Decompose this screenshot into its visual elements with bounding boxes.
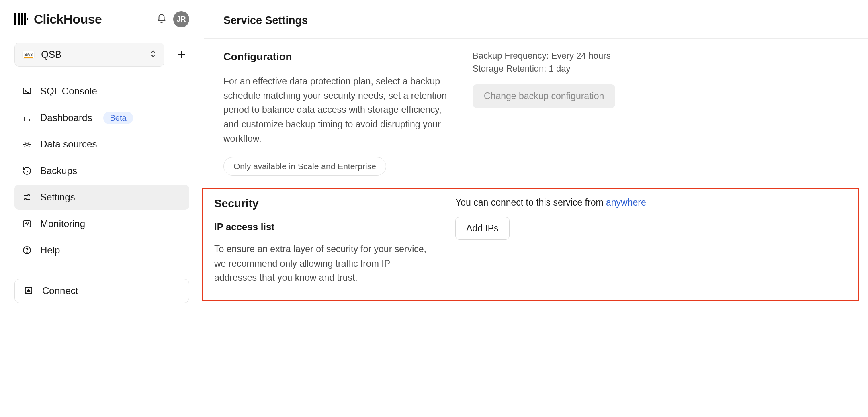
configuration-restriction-pill: Only available in Scale and Enterprise xyxy=(223,157,386,176)
clickhouse-logo-icon xyxy=(14,13,28,25)
storage-retention-label: Storage Retention: xyxy=(473,63,546,74)
sidebar-nav: SQL Console Dashboards Beta Data sources… xyxy=(14,79,189,263)
sidebar-item-label: Dashboards xyxy=(40,112,92,123)
connect-button[interactable]: Connect xyxy=(14,279,189,303)
connect-from-prefix: You can connect to this service from xyxy=(455,197,606,208)
sidebar-item-label: SQL Console xyxy=(40,86,97,97)
bar-chart-icon xyxy=(22,112,32,123)
svg-rect-1 xyxy=(18,13,20,25)
main: Service Settings Configuration For an ef… xyxy=(204,0,868,417)
sidebar-item-label: Data sources xyxy=(40,139,97,150)
page-header: Service Settings xyxy=(204,0,868,39)
backup-frequency-value: Every 24 hours xyxy=(551,51,611,61)
page-title: Service Settings xyxy=(223,14,849,27)
security-left: Security IP access list To ensure an ext… xyxy=(214,197,431,285)
anywhere-link[interactable]: anywhere xyxy=(606,197,646,208)
svg-point-6 xyxy=(26,143,28,145)
sidebar-item-label: Monitoring xyxy=(40,218,85,229)
sidebar-item-dashboards[interactable]: Dashboards Beta xyxy=(14,105,189,130)
sidebar-item-monitoring[interactable]: Monitoring xyxy=(14,211,189,236)
svg-rect-0 xyxy=(14,13,16,25)
history-icon xyxy=(22,166,32,176)
sidebar: ClickHouse JR aws QSB xyxy=(0,0,204,417)
brand: ClickHouse xyxy=(14,12,102,27)
ip-access-heading: IP access list xyxy=(214,221,431,233)
aws-provider-icon: aws xyxy=(22,51,35,59)
sidebar-item-sql-console[interactable]: SQL Console xyxy=(14,79,189,104)
sidebar-top: ClickHouse JR xyxy=(14,11,189,27)
change-backup-config-button: Change backup configuration xyxy=(473,84,615,108)
activity-icon xyxy=(22,219,32,229)
svg-rect-3 xyxy=(24,13,26,25)
configuration-heading: Configuration xyxy=(223,51,448,63)
connect-label: Connect xyxy=(42,285,78,296)
configuration-description: For an effective data protection plan, s… xyxy=(223,74,448,146)
storage-retention-row: Storage Retention: 1 day xyxy=(473,63,849,74)
security-heading: Security xyxy=(214,197,431,210)
backup-frequency-row: Backup Frequency: Every 24 hours xyxy=(473,51,849,61)
sidebar-item-label: Help xyxy=(40,245,60,256)
backup-frequency-label: Backup Frequency: xyxy=(473,51,549,61)
help-icon xyxy=(22,245,32,256)
security-right: You can connect to this service from any… xyxy=(455,197,847,285)
beta-badge: Beta xyxy=(103,112,133,124)
top-icons: JR xyxy=(156,11,189,27)
svg-rect-5 xyxy=(23,88,31,94)
svg-point-11 xyxy=(27,252,27,253)
avatar[interactable]: JR xyxy=(173,11,189,27)
sidebar-item-backups[interactable]: Backups xyxy=(14,158,189,183)
ip-access-description: To ensure an extra layer of security for… xyxy=(214,242,431,285)
chevron-updown-icon xyxy=(149,49,157,60)
add-ips-button[interactable]: Add IPs xyxy=(455,217,510,240)
sidebar-item-data-sources[interactable]: Data sources xyxy=(14,132,189,157)
sidebar-item-settings[interactable]: Settings xyxy=(14,185,189,210)
connect-from-line: You can connect to this service from any… xyxy=(455,197,847,208)
svg-point-7 xyxy=(28,194,29,196)
workspace-row: aws QSB xyxy=(14,43,189,67)
svg-rect-2 xyxy=(21,13,23,25)
sliders-icon xyxy=(22,192,32,202)
svg-point-13 xyxy=(28,289,29,290)
security-highlight-box: Security IP access list To ensure an ext… xyxy=(202,188,859,301)
configuration-left: Configuration For an effective data prot… xyxy=(223,51,448,176)
svg-point-8 xyxy=(25,198,26,200)
workspace-name: QSB xyxy=(41,49,143,60)
terminal-icon xyxy=(22,86,32,96)
add-service-button[interactable] xyxy=(174,47,189,62)
sidebar-item-label: Backups xyxy=(40,165,77,176)
svg-rect-4 xyxy=(27,18,28,20)
broadcast-icon xyxy=(24,286,34,296)
notifications-icon[interactable] xyxy=(156,14,168,25)
configuration-section: Configuration For an effective data prot… xyxy=(204,39,868,188)
storage-retention-value: 1 day xyxy=(549,63,571,74)
security-section: Security IP access list To ensure an ext… xyxy=(202,188,859,301)
sidebar-item-help[interactable]: Help xyxy=(14,238,189,263)
data-source-icon xyxy=(22,139,32,149)
sidebar-item-label: Settings xyxy=(40,192,75,203)
configuration-right: Backup Frequency: Every 24 hours Storage… xyxy=(473,51,849,176)
brand-name: ClickHouse xyxy=(34,12,102,27)
workspace-selector[interactable]: aws QSB xyxy=(14,43,164,67)
